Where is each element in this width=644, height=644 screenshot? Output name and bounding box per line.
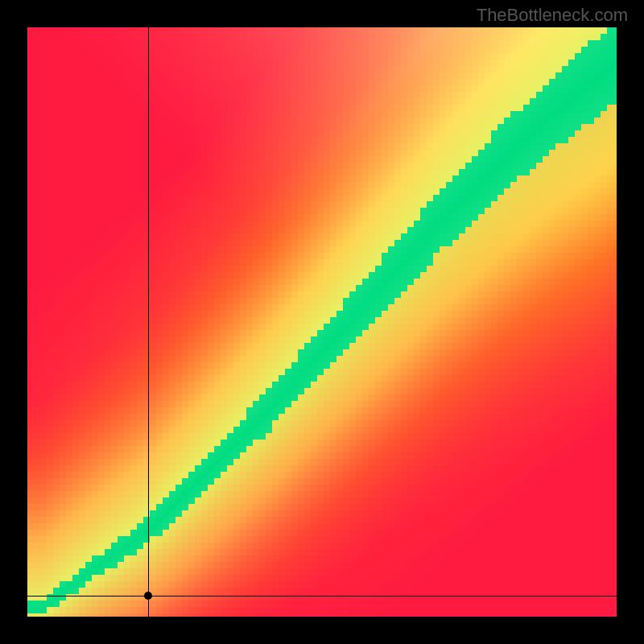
crosshair-vertical [148, 27, 149, 617]
crosshair-horizontal [27, 596, 617, 597]
plot-area [27, 27, 617, 617]
heatmap-canvas [27, 27, 617, 617]
marker-dot [144, 592, 152, 600]
chart-container: TheBottleneck.com [0, 0, 644, 644]
watermark-text: TheBottleneck.com [477, 5, 628, 26]
